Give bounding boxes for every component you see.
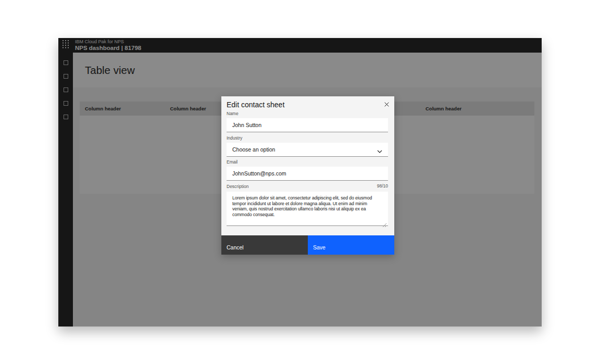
description-label: Description: [227, 184, 249, 189]
industry-dropdown[interactable]: Choose an option: [227, 143, 388, 157]
cancel-button[interactable]: Cancel: [221, 235, 308, 255]
save-button[interactable]: Save: [308, 235, 394, 255]
close-icon: [384, 101, 389, 108]
modal-footer: Cancel Save: [221, 235, 394, 255]
name-label: Name: [227, 111, 239, 116]
character-counter: 98/10: [377, 183, 388, 189]
email-input[interactable]: [227, 167, 388, 181]
close-button[interactable]: [381, 98, 392, 110]
chevron-down-icon: [377, 148, 382, 154]
description-textarea[interactable]: Lorem ipsum dolor sit amet, consectetur …: [227, 192, 388, 226]
edit-contact-modal: Edit contact sheet Name Industry Choose …: [221, 96, 394, 255]
modal-title: Edit contact sheet: [227, 100, 284, 109]
industry-label: Industry: [227, 135, 242, 141]
name-input[interactable]: [227, 118, 388, 132]
email-label: Email: [227, 159, 238, 165]
app-window: IBM Cloud Pak for NPS NPS dashboard | 81…: [58, 38, 542, 327]
industry-dropdown-value: Choose an option: [232, 146, 275, 153]
